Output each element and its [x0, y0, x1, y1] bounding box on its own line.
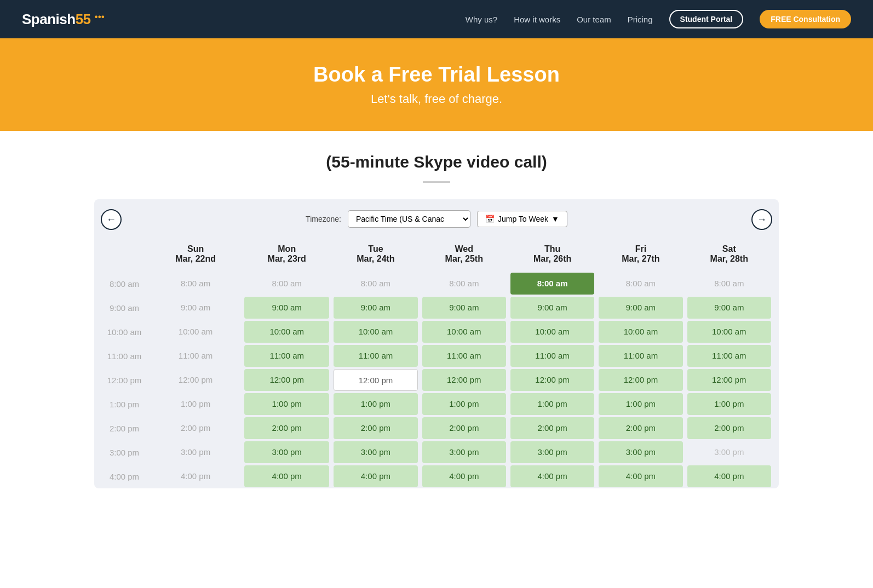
slot-6-thu[interactable]: 2:00 pm [508, 416, 596, 440]
time-slot[interactable]: 3:00 pm [599, 441, 682, 463]
slot-1-fri[interactable]: 9:00 am [596, 296, 685, 320]
time-slot[interactable]: 12:00 pm [334, 369, 417, 391]
slot-5-thu[interactable]: 1:00 pm [508, 392, 596, 416]
slot-8-sat[interactable]: 4:00 pm [685, 464, 773, 488]
slot-5-wed[interactable]: 1:00 pm [420, 392, 508, 416]
slot-7-mon[interactable]: 3:00 pm [242, 440, 331, 464]
slot-7-wed[interactable]: 3:00 pm [420, 440, 508, 464]
slot-5-sat[interactable]: 1:00 pm [685, 392, 773, 416]
time-slot[interactable]: 10:00 am [687, 321, 771, 343]
time-slot[interactable]: 4:00 pm [599, 465, 682, 487]
time-slot[interactable]: 11:00 am [334, 345, 417, 367]
time-slot[interactable]: 12:00 pm [422, 369, 506, 391]
time-slot[interactable]: 1:00 pm [422, 393, 506, 415]
slot-3-mon[interactable]: 11:00 am [242, 344, 331, 368]
time-slot[interactable]: 3:00 pm [244, 441, 329, 463]
slot-5-mon[interactable]: 1:00 pm [242, 392, 331, 416]
time-slot[interactable]: 2:00 pm [334, 417, 417, 439]
time-slot[interactable]: 10:00 am [244, 321, 329, 343]
time-slot[interactable]: 9:00 am [244, 297, 329, 319]
time-slot[interactable]: 3:00 pm [334, 441, 417, 463]
slot-7-sat[interactable]: 3:00 pm [685, 440, 773, 464]
slot-6-wed[interactable]: 2:00 pm [420, 416, 508, 440]
next-week-button[interactable]: → [751, 209, 772, 230]
slot-6-tue[interactable]: 2:00 pm [331, 416, 420, 440]
time-slot[interactable]: 4:00 pm [244, 465, 329, 487]
time-slot[interactable]: 11:00 am [244, 345, 329, 367]
nav-pricing[interactable]: Pricing [628, 15, 653, 24]
time-slot[interactable]: 4:00 pm [687, 465, 771, 487]
slot-4-sat[interactable]: 12:00 pm [685, 368, 773, 392]
time-slot[interactable]: 8:00 am [510, 273, 594, 295]
time-slot[interactable]: 3:00 pm [422, 441, 506, 463]
slot-1-tue[interactable]: 9:00 am [331, 296, 420, 320]
slot-8-wed[interactable]: 4:00 pm [420, 464, 508, 488]
slot-4-wed[interactable]: 12:00 pm [420, 368, 508, 392]
slot-7-thu[interactable]: 3:00 pm [508, 440, 596, 464]
slot-2-sat[interactable]: 10:00 am [685, 320, 773, 344]
time-slot[interactable]: 10:00 am [422, 321, 506, 343]
time-slot[interactable]: 10:00 am [599, 321, 682, 343]
slot-7-fri[interactable]: 3:00 pm [596, 440, 685, 464]
time-slot[interactable]: 12:00 pm [687, 369, 771, 391]
slot-5-tue[interactable]: 1:00 pm [331, 392, 420, 416]
slot-0-thu[interactable]: 8:00 am [508, 272, 596, 296]
time-slot[interactable]: 9:00 am [422, 297, 506, 319]
nav-why-us[interactable]: Why us? [466, 15, 497, 24]
slot-2-thu[interactable]: 10:00 am [508, 320, 596, 344]
slot-3-thu[interactable]: 11:00 am [508, 344, 596, 368]
slot-5-fri[interactable]: 1:00 pm [596, 392, 685, 416]
nav-our-team[interactable]: Our team [577, 15, 611, 24]
slot-8-thu[interactable]: 4:00 pm [508, 464, 596, 488]
slot-1-sat[interactable]: 9:00 am [685, 296, 773, 320]
time-slot[interactable]: 2:00 pm [687, 417, 771, 439]
student-portal-button[interactable]: Student Portal [669, 10, 744, 28]
time-slot[interactable]: 1:00 pm [510, 393, 594, 415]
time-slot[interactable]: 12:00 pm [244, 369, 329, 391]
slot-8-tue[interactable]: 4:00 pm [331, 464, 420, 488]
time-slot[interactable]: 1:00 pm [687, 393, 771, 415]
time-slot[interactable]: 4:00 pm [334, 465, 417, 487]
time-slot[interactable]: 9:00 am [687, 297, 771, 319]
slot-6-mon[interactable]: 2:00 pm [242, 416, 331, 440]
slot-1-thu[interactable]: 9:00 am [508, 296, 596, 320]
time-slot[interactable]: 9:00 am [599, 297, 682, 319]
time-slot[interactable]: 11:00 am [599, 345, 682, 367]
time-slot[interactable]: 2:00 pm [599, 417, 682, 439]
slot-3-fri[interactable]: 11:00 am [596, 344, 685, 368]
slot-4-tue[interactable]: 12:00 pm [331, 368, 420, 392]
timezone-select[interactable]: Pacific Time (US & Canac Eastern Time (U… [348, 210, 470, 228]
slot-2-mon[interactable]: 10:00 am [242, 320, 331, 344]
time-slot[interactable]: 10:00 am [510, 321, 594, 343]
calendar-scroll[interactable]: Sun Mar, 22nd Mon Mar, 23rd Tue Mar, 24t… [100, 239, 773, 488]
slot-1-wed[interactable]: 9:00 am [420, 296, 508, 320]
nav-how-it-works[interactable]: How it works [514, 15, 560, 24]
time-slot[interactable]: 3:00 pm [510, 441, 594, 463]
slot-6-fri[interactable]: 2:00 pm [596, 416, 685, 440]
time-slot[interactable]: 1:00 pm [334, 393, 417, 415]
slot-3-tue[interactable]: 11:00 am [331, 344, 420, 368]
slot-4-mon[interactable]: 12:00 pm [242, 368, 331, 392]
time-slot[interactable]: 12:00 pm [510, 369, 594, 391]
slot-6-sat[interactable]: 2:00 pm [685, 416, 773, 440]
jump-to-week-button[interactable]: 📅 Jump To Week ▼ [477, 211, 567, 227]
slot-2-wed[interactable]: 10:00 am [420, 320, 508, 344]
slot-4-thu[interactable]: 12:00 pm [508, 368, 596, 392]
time-slot[interactable]: 1:00 pm [244, 393, 329, 415]
time-slot[interactable]: 11:00 am [510, 345, 594, 367]
slot-7-tue[interactable]: 3:00 pm [331, 440, 420, 464]
time-slot[interactable]: 4:00 pm [510, 465, 594, 487]
time-slot[interactable]: 2:00 pm [422, 417, 506, 439]
prev-week-button[interactable]: ← [101, 209, 122, 230]
slot-8-fri[interactable]: 4:00 pm [596, 464, 685, 488]
slot-8-mon[interactable]: 4:00 pm [242, 464, 331, 488]
time-slot[interactable]: 4:00 pm [422, 465, 506, 487]
time-slot[interactable]: 11:00 am [687, 345, 771, 367]
slot-3-wed[interactable]: 11:00 am [420, 344, 508, 368]
free-consultation-button[interactable]: FREE Consultation [760, 10, 851, 28]
time-slot[interactable]: 9:00 am [334, 297, 417, 319]
time-slot[interactable]: 10:00 am [334, 321, 417, 343]
slot-1-mon[interactable]: 9:00 am [242, 296, 331, 320]
time-slot[interactable]: 3:00 pm [687, 441, 771, 463]
time-slot[interactable]: 11:00 am [422, 345, 506, 367]
